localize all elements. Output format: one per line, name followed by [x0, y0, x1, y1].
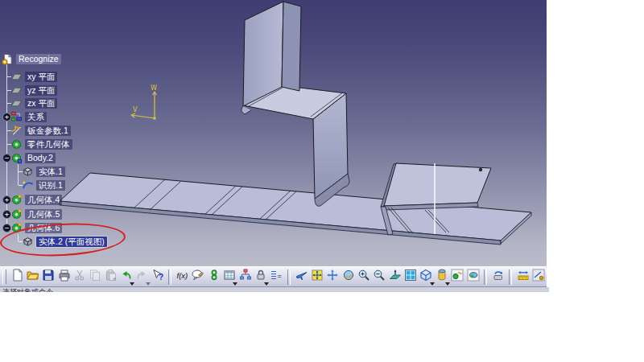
3d-viewport[interactable]: W V Recognizexy 平面yz 平面zx 平面关系+钣金参数.1零件几… — [0, 0, 547, 266]
relations-net-button[interactable] — [237, 269, 252, 285]
copy-icon — [89, 269, 101, 285]
back-bend-curve — [242, 106, 251, 114]
equivalent-dims-button[interactable]: = — [269, 269, 283, 285]
toolbar-separator — [509, 269, 512, 285]
toolbar-separator — [287, 269, 291, 285]
tree-item-geometry-set-5[interactable]: 几何体.5 — [10, 208, 62, 220]
multi-view-button[interactable] — [403, 269, 418, 285]
vertex-point[interactable] — [479, 168, 482, 171]
save-icon — [42, 269, 55, 285]
part-document-icon — [2, 53, 14, 65]
formula-icon: f(x) — [176, 269, 189, 285]
tree-item-body-2[interactable]: Body.2 — [10, 151, 56, 164]
knowledge-advisor-icon — [192, 269, 204, 285]
tree-item-solid-1[interactable]: 实体.1 — [22, 165, 65, 178]
tree-item-label[interactable]: 实体.1 — [36, 167, 65, 177]
tree-item-part-geometry[interactable]: 零件几何体 — [10, 138, 72, 150]
svg-text:?: ? — [159, 273, 163, 282]
tree-item-yz-plane[interactable]: yz 平面 — [10, 84, 57, 97]
new-document-icon — [11, 269, 24, 285]
rotate-icon — [342, 269, 355, 285]
tree-item-label[interactable]: 几何体.4 — [25, 195, 62, 205]
save-button[interactable] — [41, 269, 56, 285]
zoom-in-button[interactable] — [357, 269, 371, 285]
solid-icon — [22, 166, 34, 178]
print-button[interactable] — [56, 269, 71, 285]
open-folder-button[interactable] — [26, 269, 40, 285]
cut-icon — [73, 269, 86, 285]
turntable-icon — [492, 269, 505, 285]
tree-item-label[interactable]: 几何体.5 — [25, 209, 62, 220]
parameter-link-button[interactable] — [207, 269, 221, 285]
undo-button[interactable] — [119, 269, 134, 285]
print-icon — [58, 269, 71, 285]
tree-item-xy-plane[interactable]: xy 平面 — [10, 70, 57, 83]
redo-button[interactable] — [134, 269, 149, 285]
flap-top-face[interactable] — [384, 163, 491, 206]
swap-visible-space-button[interactable] — [465, 269, 480, 285]
tree-item-label[interactable]: 钣金参数.1 — [25, 125, 71, 136]
design-table-button[interactable] — [222, 269, 237, 285]
render-style-button[interactable] — [435, 269, 449, 285]
knowledge-advisor-button[interactable] — [191, 269, 205, 285]
plane-icon — [10, 84, 23, 97]
upright-side-face — [282, 2, 301, 91]
paste-button[interactable] — [104, 269, 118, 285]
fit-all-in-button[interactable] — [310, 269, 324, 285]
tree-item-zx-plane[interactable]: zx 平面 — [10, 97, 57, 109]
copy-button[interactable] — [88, 269, 102, 285]
normal-view-icon — [389, 269, 402, 285]
tree-expander[interactable]: + — [2, 113, 11, 121]
tree-item-sheetmetal-params-1[interactable]: 钣金参数.1 — [10, 124, 71, 137]
parameter-link-icon — [208, 269, 221, 285]
tree-item-label[interactable]: 零件几何体 — [25, 139, 72, 150]
equivalent-dims-icon: = — [270, 269, 283, 285]
tree-item-recognize[interactable]: Recognize — [2, 52, 61, 65]
fly-mode-icon — [295, 269, 308, 285]
hide-show-button[interactable] — [450, 269, 464, 285]
tree-item-label[interactable]: 关系 — [25, 112, 47, 122]
tree-item-geometry-set-4[interactable]: 几何体.4 — [10, 193, 62, 206]
svg-text:=: = — [278, 272, 282, 280]
tree-item-label[interactable]: Recognize — [16, 54, 61, 64]
tree-item-label[interactable]: Body.2 — [25, 153, 56, 163]
lock-button[interactable] — [254, 269, 268, 285]
tree-item-label[interactable]: yz 平面 — [25, 85, 57, 96]
tree-item-label[interactable]: xy 平面 — [25, 72, 57, 82]
normal-view-button[interactable] — [388, 269, 402, 285]
tree-expander[interactable]: − — [2, 154, 11, 162]
tree-expander[interactable]: − — [2, 224, 11, 232]
pan-button[interactable] — [325, 269, 340, 285]
tree-item-label[interactable]: zx 平面 — [25, 98, 57, 109]
zoom-out-button[interactable] — [372, 269, 386, 285]
tree-item-label[interactable]: 识别.1 — [36, 180, 65, 191]
catia-app-window: W V Recognizexy 平面yz 平面zx 平面关系+钣金参数.1零件几… — [0, 0, 547, 292]
body-icon — [10, 152, 23, 164]
tree-item-recognition-1[interactable]: 识别.1 — [22, 179, 65, 191]
tree-expander[interactable]: + — [2, 195, 11, 204]
plane-icon — [10, 97, 23, 109]
cut-button[interactable] — [72, 269, 87, 285]
fly-mode-button[interactable] — [294, 269, 308, 285]
turntable-button[interactable] — [491, 269, 506, 285]
whats-this-icon: ? — [151, 269, 164, 285]
plane-icon — [10, 71, 23, 83]
tree-expander[interactable]: + — [2, 210, 11, 219]
rotate-button[interactable] — [341, 269, 355, 285]
formula-button[interactable]: f(x) — [175, 269, 190, 285]
toolbar-grip[interactable] — [2, 269, 6, 284]
new-document-button[interactable] — [10, 269, 24, 285]
whats-this-button[interactable]: ? — [151, 269, 165, 285]
tree-item-relations[interactable]: 关系 — [10, 110, 47, 123]
hide-show-icon — [451, 269, 464, 285]
open-folder-icon — [27, 269, 39, 285]
iso-view-button[interactable] — [419, 269, 433, 285]
measure-item-button[interactable] — [531, 269, 546, 285]
svg-text:f(x): f(x) — [177, 271, 188, 280]
relations-icon — [10, 111, 23, 123]
paste-icon — [105, 269, 118, 285]
toolbar: ?f(x)= — [0, 266, 547, 287]
pan-icon — [326, 269, 339, 285]
multi-view-icon — [404, 269, 417, 285]
measure-between-button[interactable] — [516, 269, 530, 285]
